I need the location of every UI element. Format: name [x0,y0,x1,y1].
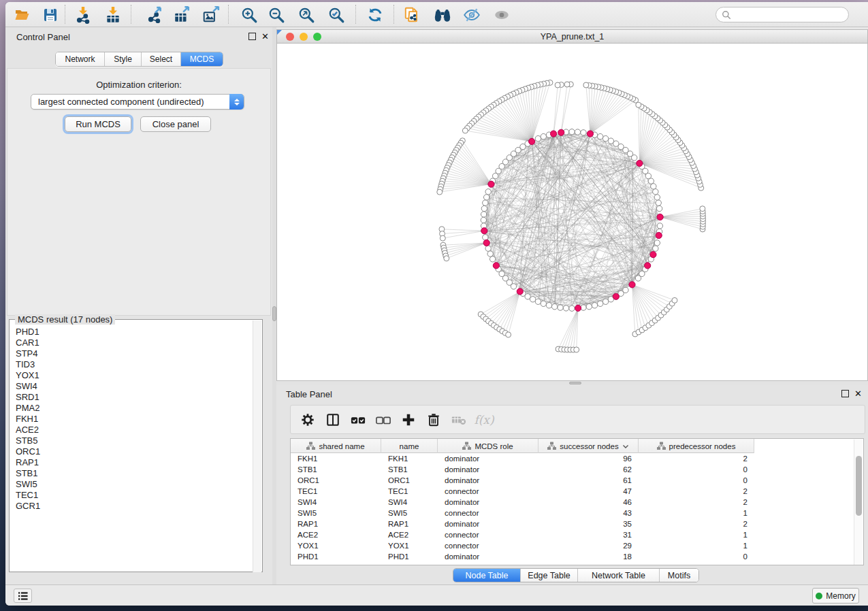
delete-table-icon[interactable] [449,410,469,430]
mcds-result-item[interactable]: TID3 [16,359,253,370]
mcds-result-item[interactable]: STB5 [16,435,253,446]
tab-mcds[interactable]: MCDS [181,52,223,66]
table-row[interactable]: STB1STB1dominator620 [291,464,854,475]
table-scrollbar[interactable] [854,440,863,565]
table-row[interactable]: RAP1RAP1dominator352 [291,518,854,529]
copy-network-icon[interactable] [399,5,425,24]
mcds-tab-content: Optimization criterion: largest connecte… [7,68,271,316]
select-all-checkboxes-icon[interactable] [348,410,368,430]
tab-network[interactable]: Network [56,52,105,66]
table-cell: connector [438,508,539,518]
table-panel: Table Panel ✕ f(x) [276,385,868,584]
zoom-fit-icon[interactable] [293,5,319,24]
mcds-result-item[interactable]: GCR1 [16,501,253,512]
delete-icon[interactable] [423,410,444,430]
table-cell: dominator [438,497,539,508]
tab-edge-table[interactable]: Edge Table [521,569,578,582]
tab-motifs[interactable]: Motifs [660,569,698,582]
result-scrollbar[interactable] [253,320,261,572]
import-network-icon[interactable] [70,5,96,24]
table-toolbar: f(x) [290,405,865,434]
search-input[interactable] [735,7,848,22]
float-panel-icon[interactable] [248,33,256,40]
mcds-result-item[interactable]: SWI4 [16,381,253,392]
table-cell: 96 [539,453,639,464]
close-panel-button[interactable]: Close panel [140,116,211,132]
network-window-titlebar[interactable]: YPA_prune.txt_1 [276,29,868,44]
find-binoculars-icon[interactable] [430,5,455,24]
shared-column-icon [462,442,471,450]
table-cell: STB1 [291,464,381,475]
export-image-icon[interactable] [198,5,224,24]
hide-selected-icon[interactable] [459,5,485,24]
tab-node-table[interactable]: Node Table [453,569,521,582]
export-network-icon[interactable] [142,5,167,24]
shared-column-icon [547,442,556,450]
table-row[interactable]: TEC1TEC1connector472 [291,486,854,497]
table-row[interactable]: ORC1ORC1dominator610 [291,475,854,486]
splitter-grip[interactable] [569,382,581,384]
close-table-panel-icon[interactable]: ✕ [854,389,862,399]
run-mcds-button[interactable]: Run MCDS [65,116,131,132]
column-header-MCDS-role[interactable]: MCDS role [438,439,539,453]
table-cell: ORC1 [291,475,381,486]
mcds-result-item[interactable]: STB1 [16,468,253,479]
table-row[interactable]: SWI4SWI4dominator462 [291,497,854,508]
app-window: Control Panel ✕ NetworkStyleSelectMCDS O… [5,2,868,606]
table-row[interactable]: SWI5SWI5connector431 [291,508,854,518]
gear-icon[interactable] [298,410,318,430]
open-folder-icon[interactable] [10,5,35,24]
table-row[interactable]: YOX1YOX1connector291 [291,540,854,551]
mcds-result-item[interactable]: STP4 [16,348,253,359]
toolbar-separator [131,5,131,24]
optimization-criterion-select[interactable]: largest connected component (undirected) [31,94,244,110]
mcds-result-item[interactable]: PMA2 [16,403,253,414]
table-cell: 47 [539,486,639,497]
mcds-result-list[interactable]: PHD1CAR1STP4TID3YOX1SWI4SRD1PMA2FKH1ACE2… [10,327,253,572]
mcds-result-item[interactable]: SWI5 [16,479,253,490]
node-table[interactable]: shared namenameMCDS rolesuccessor nodesp… [290,438,864,565]
mcds-result-item[interactable]: CAR1 [16,337,253,348]
export-table-icon[interactable] [169,5,195,24]
mcds-result-item[interactable]: FKH1 [16,414,253,425]
column-header-shared-name[interactable]: shared name [291,439,381,453]
table-cell: SWI5 [291,508,381,518]
show-eye-icon[interactable] [489,5,515,24]
task-history-button[interactable] [14,589,32,603]
search-box[interactable] [716,7,849,22]
table-row[interactable]: FKH1FKH1dominator962 [291,453,854,464]
tab-select[interactable]: Select [142,52,181,66]
table-row[interactable]: ACE2ACE2connector311 [291,529,854,540]
shared-column-icon [306,442,315,450]
table-row[interactable]: PHD1PHD1dominator180 [291,551,854,562]
mcds-result-item[interactable]: YOX1 [16,370,253,381]
mcds-result-item[interactable]: SRD1 [16,392,253,403]
zoom-out-icon[interactable] [263,5,289,24]
tab-style[interactable]: Style [105,52,142,66]
mcds-result-item[interactable]: TEC1 [16,490,253,501]
import-table-icon[interactable] [100,5,126,24]
mcds-result-item[interactable]: ORC1 [16,446,253,457]
deselect-all-checkboxes-icon[interactable] [373,410,393,430]
tab-network-table[interactable]: Network Table [578,569,660,582]
save-icon[interactable] [37,5,63,24]
table-cell: 0 [639,475,754,486]
zoom-selected-icon[interactable] [323,5,349,24]
mcds-result-item[interactable]: RAP1 [16,457,253,468]
function-builder-icon[interactable]: f(x) [474,410,494,430]
mcds-result-item[interactable]: ACE2 [16,425,253,435]
table-cell: dominator [438,464,539,475]
split-columns-icon[interactable] [323,410,343,430]
table-scrollbar-thumb[interactable] [856,456,862,516]
refresh-icon[interactable] [362,5,388,24]
close-panel-icon[interactable]: ✕ [261,31,269,42]
column-header-successor-nodes[interactable]: successor nodes [539,439,639,453]
network-canvas[interactable] [276,44,868,381]
zoom-in-icon[interactable] [236,5,262,24]
float-table-panel-icon[interactable] [841,390,849,397]
column-header-predecessor-nodes[interactable]: predecessor nodes [639,439,754,453]
memory-button[interactable]: Memory [812,588,859,604]
mcds-result-item[interactable]: PHD1 [16,327,253,337]
column-header-name[interactable]: name [381,439,438,453]
add-column-icon[interactable] [398,410,419,430]
